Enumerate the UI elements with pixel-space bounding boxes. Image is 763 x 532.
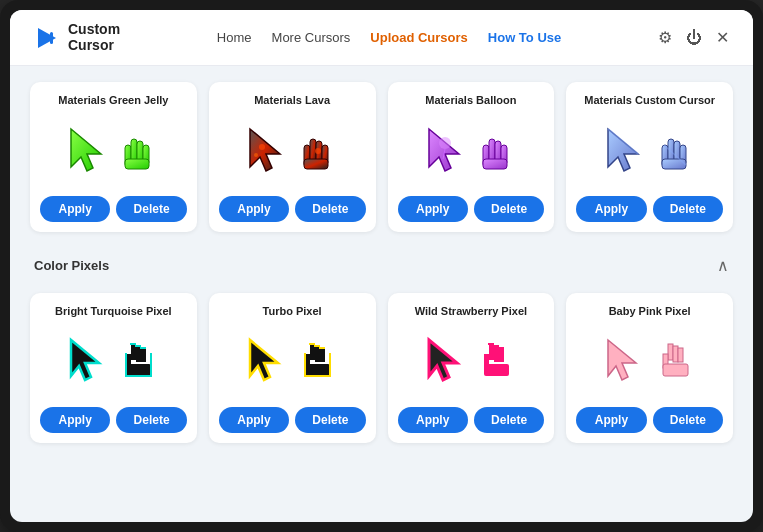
card-title: Materials Balloon xyxy=(425,94,516,106)
logo-line1: Custom xyxy=(68,22,120,37)
card-cursors xyxy=(423,327,519,397)
card-strawberry: Wild Strawberry Pixel xyxy=(388,293,555,443)
svg-rect-68 xyxy=(498,347,504,349)
nav-how-to-use[interactable]: How To Use xyxy=(488,30,561,45)
svg-rect-31 xyxy=(662,159,686,169)
nav-upload-cursors[interactable]: Upload Cursors xyxy=(370,30,468,45)
svg-point-18 xyxy=(439,137,451,149)
svg-rect-7 xyxy=(125,159,149,169)
svg-rect-15 xyxy=(304,159,328,169)
svg-rect-70 xyxy=(668,344,673,360)
svg-rect-24 xyxy=(483,159,507,169)
svg-rect-45 xyxy=(125,375,152,377)
svg-marker-69 xyxy=(608,340,636,380)
card-cursors xyxy=(244,116,340,186)
section-2-header: Color Pixels ∧ xyxy=(30,248,733,283)
cursor-arrow-pink xyxy=(602,336,646,388)
apply-button[interactable]: Apply xyxy=(219,407,289,433)
section-title: Color Pixels xyxy=(34,258,109,273)
card-title: Materials Custom Cursor xyxy=(584,94,715,106)
apply-button[interactable]: Apply xyxy=(576,196,646,222)
card-green-jelly: Materials Green Jelly xyxy=(30,82,197,232)
svg-rect-58 xyxy=(304,375,331,377)
cursor-hand-green xyxy=(117,125,161,177)
card-cursors xyxy=(65,116,161,186)
settings-icon[interactable]: ⚙ xyxy=(658,28,672,47)
svg-marker-8 xyxy=(250,129,280,171)
svg-point-10 xyxy=(254,153,258,157)
svg-rect-37 xyxy=(141,348,146,362)
card-actions: Apply Delete xyxy=(219,196,366,222)
card-actions: Apply Delete xyxy=(398,407,545,433)
logo-icon xyxy=(34,24,62,52)
section-1-grid: Materials Green Jelly xyxy=(30,82,733,232)
cursor-hand-turquoise xyxy=(117,336,161,388)
card-balloon: Materials Balloon xyxy=(388,82,555,232)
logo-line2: Cursor xyxy=(68,38,120,53)
power-icon[interactable]: ⏻ xyxy=(686,29,702,47)
card-title: Wild Strawberry Pixel xyxy=(415,305,527,317)
nav-home[interactable]: Home xyxy=(217,30,252,45)
apply-button[interactable]: Apply xyxy=(576,407,646,433)
cursor-arrow-turquoise xyxy=(65,336,109,388)
delete-button[interactable]: Delete xyxy=(474,196,544,222)
main-content: Materials Green Jelly xyxy=(10,66,753,522)
svg-rect-42 xyxy=(140,347,146,349)
svg-rect-65 xyxy=(484,364,509,376)
card-cursors xyxy=(244,327,340,397)
svg-rect-43 xyxy=(125,353,127,377)
cursor-arrow-turbo xyxy=(244,336,288,388)
card-cursors xyxy=(65,327,161,397)
delete-button[interactable]: Delete xyxy=(474,407,544,433)
card-title: Turbo Pixel xyxy=(263,305,322,317)
card-turbo: Turbo Pixel xyxy=(209,293,376,443)
card-cursors xyxy=(602,327,698,397)
cursor-hand-balloon xyxy=(475,125,519,177)
svg-rect-71 xyxy=(673,346,678,362)
delete-button[interactable]: Delete xyxy=(295,196,365,222)
nav: Home More Cursors Upload Cursors How To … xyxy=(217,30,561,45)
delete-button[interactable]: Delete xyxy=(653,407,723,433)
card-actions: Apply Delete xyxy=(398,196,545,222)
apply-button[interactable]: Apply xyxy=(40,196,110,222)
cursor-arrow-strawberry xyxy=(423,336,467,388)
header: Custom Cursor Home More Cursors Upload C… xyxy=(10,10,753,66)
svg-rect-1 xyxy=(50,32,53,44)
svg-rect-63 xyxy=(499,348,504,362)
svg-rect-54 xyxy=(314,345,320,347)
svg-rect-40 xyxy=(130,343,136,345)
apply-button[interactable]: Apply xyxy=(398,196,468,222)
svg-point-16 xyxy=(315,148,321,154)
close-icon[interactable]: ✕ xyxy=(716,28,729,47)
cursor-hand-pink xyxy=(654,336,698,388)
card-actions: Apply Delete xyxy=(576,407,723,433)
delete-button[interactable]: Delete xyxy=(116,196,186,222)
cursor-hand-strawberry xyxy=(475,336,519,388)
card-pink: Baby Pink Pixel xyxy=(566,293,733,443)
section-collapse-icon[interactable]: ∧ xyxy=(717,256,729,275)
card-cursors xyxy=(602,116,698,186)
apply-button[interactable]: Apply xyxy=(40,407,110,433)
svg-rect-72 xyxy=(678,348,683,362)
apply-button[interactable]: Apply xyxy=(398,407,468,433)
svg-rect-56 xyxy=(304,353,306,377)
cursor-arrow-green xyxy=(65,125,109,177)
card-title: Bright Turquoise Pixel xyxy=(55,305,172,317)
nav-more-cursors[interactable]: More Cursors xyxy=(272,30,351,45)
card-actions: Apply Delete xyxy=(40,407,187,433)
svg-rect-67 xyxy=(493,345,499,347)
delete-button[interactable]: Delete xyxy=(116,407,186,433)
svg-rect-52 xyxy=(305,364,330,376)
cursor-arrow-custom xyxy=(602,125,646,177)
svg-rect-55 xyxy=(319,347,325,349)
svg-rect-53 xyxy=(309,343,315,345)
delete-button[interactable]: Delete xyxy=(653,196,723,222)
card-title: Materials Green Jelly xyxy=(58,94,168,106)
delete-button[interactable]: Delete xyxy=(295,407,365,433)
card-actions: Apply Delete xyxy=(576,196,723,222)
card-lava: Materials Lava xyxy=(209,82,376,232)
apply-button[interactable]: Apply xyxy=(219,196,289,222)
card-title: Materials Lava xyxy=(254,94,330,106)
cursor-hand-custom xyxy=(654,125,698,177)
svg-rect-74 xyxy=(663,364,688,376)
